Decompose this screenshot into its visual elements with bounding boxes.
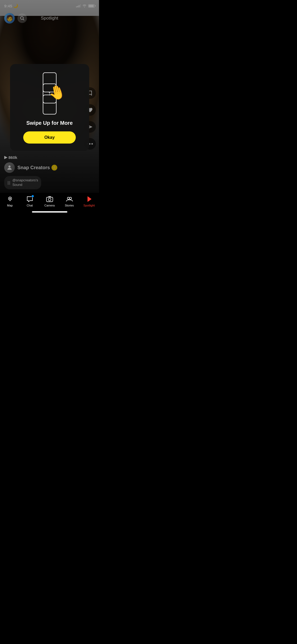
nav-item-camera[interactable]: Camera: [40, 195, 59, 207]
svg-marker-12: [88, 196, 91, 202]
map-label: Map: [7, 204, 13, 207]
svg-point-10: [67, 197, 69, 199]
chat-badge: [31, 195, 34, 197]
chat-icon: [26, 195, 34, 203]
modal-title: Swipe Up for More: [26, 120, 73, 126]
stories-icon: [66, 195, 73, 203]
nav-item-stories[interactable]: Stories: [59, 195, 79, 207]
swipe-icon: ↑ 🤚: [34, 72, 65, 115]
svg-point-11: [69, 197, 72, 199]
modal-backdrop: ↑ 🤚 Swipe Up for More Okay: [0, 0, 99, 215]
svg-point-7: [9, 198, 11, 199]
svg-rect-8: [46, 197, 53, 202]
svg-point-9: [48, 198, 51, 201]
spotlight-icon: [86, 195, 93, 203]
nav-item-map[interactable]: Map: [0, 195, 20, 207]
nav-item-chat[interactable]: Chat: [20, 195, 40, 207]
okay-button[interactable]: Okay: [23, 131, 76, 144]
swipe-tutorial-modal: ↑ 🤚 Swipe Up for More Okay: [10, 64, 89, 151]
camera-label: Camera: [44, 204, 55, 207]
stories-label: Stories: [65, 204, 74, 207]
spotlight-label: Spotlight: [83, 204, 95, 207]
home-indicator: [32, 211, 67, 213]
chat-label: Chat: [27, 204, 33, 207]
camera-icon: [46, 195, 53, 203]
map-icon: [6, 195, 14, 203]
nav-item-spotlight[interactable]: Spotlight: [79, 195, 99, 207]
